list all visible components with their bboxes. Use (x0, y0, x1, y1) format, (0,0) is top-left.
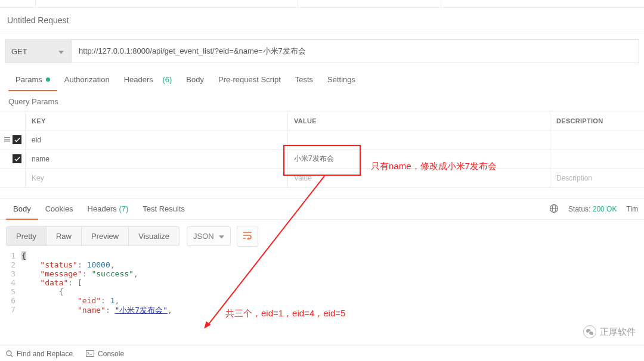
format-select[interactable]: JSON (187, 226, 231, 246)
svg-rect-0 (4, 137, 10, 138)
svg-rect-8 (86, 351, 94, 357)
url-input[interactable]: http://127.0.0.1:8000/api/get_event_list… (72, 39, 639, 63)
viewer-pretty-button[interactable]: Pretty (6, 226, 47, 246)
table-header-desc: DESCRIPTION (550, 111, 644, 130)
viewer-preview-button[interactable]: Preview (82, 226, 129, 246)
chevron-down-icon (219, 232, 224, 241)
table-header: KEY VALUE DESCRIPTION (0, 111, 644, 130)
param-key-placeholder[interactable]: Key (25, 169, 287, 187)
checkbox-icon[interactable] (13, 135, 21, 144)
tab-headers[interactable]: Headers (6) (117, 69, 179, 91)
param-desc-input[interactable] (550, 130, 644, 149)
viewer-visualize-button[interactable]: Visualize (129, 226, 179, 246)
res-tab-body[interactable]: Body (6, 199, 38, 220)
res-tab-testresults[interactable]: Test Results (135, 199, 192, 220)
tab-authorization[interactable]: Authorization (57, 69, 117, 91)
svg-rect-2 (4, 141, 10, 142)
status-label: Status: 200 OK (568, 205, 617, 213)
svg-line-7 (11, 355, 13, 357)
dot-indicator-icon (46, 77, 50, 82)
request-tabs: Params Authorization Headers (6) Body Pr… (0, 69, 644, 91)
res-tab-cookies[interactable]: Cookies (38, 199, 80, 220)
query-params-label: Query Params (0, 91, 644, 111)
svg-point-6 (7, 351, 11, 356)
request-row: GET http://127.0.0.1:8000/api/get_event_… (0, 33, 644, 69)
tab-prerequest[interactable]: Pre-request Script (211, 69, 288, 91)
wrap-lines-button[interactable] (237, 226, 258, 247)
tab-strip (0, 0, 644, 8)
drag-handle-icon[interactable] (4, 136, 10, 144)
annotation-box (283, 145, 361, 176)
table-header-value: VALUE (287, 111, 550, 130)
chevron-down-icon (58, 47, 64, 56)
response-body[interactable]: 1{2 "status": 10000,3 "message": "succes… (0, 247, 644, 316)
annotation-text-1: 只有name，修改成小米7发布会 (371, 161, 497, 172)
http-method-label: GET (11, 47, 27, 56)
globe-icon[interactable] (549, 204, 559, 215)
viewer-raw-button[interactable]: Raw (47, 226, 82, 246)
table-header-key: KEY (25, 111, 287, 130)
res-tab-headers[interactable]: Headers (7) (80, 199, 136, 220)
watermark: 正厚软件 (583, 325, 636, 338)
param-desc-input[interactable] (550, 150, 644, 168)
response-tabs: Body Cookies Headers (7) Test Results St… (0, 198, 644, 220)
annotation-text-2: 共三个，eid=1，eid=4，eid=5 (225, 308, 345, 319)
tab-params[interactable]: Params (8, 69, 57, 91)
viewer-bar: Pretty Raw Preview Visualize JSON (0, 220, 644, 247)
console-button[interactable]: Console (86, 350, 124, 358)
param-key-input[interactable]: eid (25, 130, 287, 149)
tab-body[interactable]: Body (179, 69, 211, 91)
param-key-input[interactable]: name (25, 150, 287, 168)
request-title[interactable]: Untitled Request (0, 8, 644, 33)
param-desc-placeholder[interactable]: Description (550, 169, 644, 187)
tab-settings[interactable]: Settings (320, 69, 363, 91)
checkbox-icon[interactable] (13, 154, 21, 163)
find-replace-button[interactable]: Find and Replace (6, 350, 73, 358)
svg-rect-1 (4, 139, 10, 140)
wechat-icon (583, 325, 596, 338)
http-method-select[interactable]: GET (5, 39, 72, 63)
time-label: Tim (626, 205, 638, 213)
footer-bar: Find and Replace Console (0, 346, 644, 361)
tab-tests[interactable]: Tests (288, 69, 320, 91)
